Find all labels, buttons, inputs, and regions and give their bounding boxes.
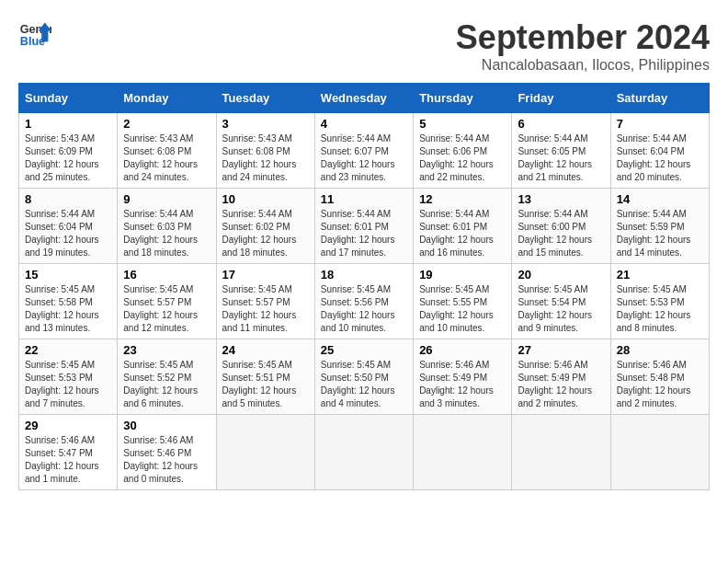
calendar-cell: 20 Sunrise: 5:45 AM Sunset: 5:54 PM Dayl… (512, 264, 610, 339)
svg-text:Blue: Blue (20, 35, 45, 48)
calendar-cell (414, 415, 512, 490)
calendar-cell: 8 Sunrise: 5:44 AM Sunset: 6:04 PM Dayli… (19, 189, 118, 264)
col-header-friday: Friday (512, 84, 610, 113)
calendar-cell: 30 Sunrise: 5:46 AM Sunset: 5:46 PM Dayl… (118, 415, 216, 490)
day-info: Sunrise: 5:45 AM Sunset: 5:50 PM Dayligh… (321, 359, 407, 410)
day-info: Sunrise: 5:46 AM Sunset: 5:47 PM Dayligh… (25, 434, 111, 486)
calendar-cell: 17 Sunrise: 5:45 AM Sunset: 5:57 PM Dayl… (216, 264, 314, 339)
calendar-cell: 24 Sunrise: 5:45 AM Sunset: 5:51 PM Dayl… (216, 339, 314, 415)
day-info: Sunrise: 5:45 AM Sunset: 5:51 PM Dayligh… (222, 359, 309, 410)
calendar-cell: 25 Sunrise: 5:45 AM Sunset: 5:50 PM Dayl… (314, 339, 413, 415)
week-row-1: 1 Sunrise: 5:43 AM Sunset: 6:09 PM Dayli… (19, 113, 710, 189)
calendar-cell: 26 Sunrise: 5:46 AM Sunset: 5:49 PM Dayl… (414, 339, 512, 415)
day-number: 22 (25, 343, 111, 357)
day-info: Sunrise: 5:44 AM Sunset: 6:01 PM Dayligh… (321, 208, 407, 259)
calendar-cell: 11 Sunrise: 5:44 AM Sunset: 6:01 PM Dayl… (314, 189, 413, 264)
day-info: Sunrise: 5:46 AM Sunset: 5:48 PM Dayligh… (617, 359, 703, 410)
col-header-monday: Monday (118, 84, 216, 113)
day-info: Sunrise: 5:44 AM Sunset: 5:59 PM Dayligh… (617, 208, 703, 259)
col-header-tuesday: Tuesday (216, 84, 314, 113)
calendar-table: SundayMondayTuesdayWednesdayThursdayFrid… (18, 83, 710, 490)
calendar-cell (512, 415, 610, 490)
day-number: 12 (419, 192, 506, 206)
day-number: 17 (222, 268, 309, 282)
calendar-cell: 14 Sunrise: 5:44 AM Sunset: 5:59 PM Dayl… (610, 189, 709, 264)
calendar-cell: 19 Sunrise: 5:45 AM Sunset: 5:55 PM Dayl… (414, 264, 512, 339)
day-info: Sunrise: 5:44 AM Sunset: 6:04 PM Dayligh… (25, 208, 111, 259)
calendar-cell: 21 Sunrise: 5:45 AM Sunset: 5:53 PM Dayl… (610, 264, 709, 339)
calendar-cell: 10 Sunrise: 5:44 AM Sunset: 6:02 PM Dayl… (216, 189, 314, 264)
calendar-cell (216, 415, 314, 490)
day-info: Sunrise: 5:46 AM Sunset: 5:49 PM Dayligh… (419, 359, 506, 410)
calendar-cell: 23 Sunrise: 5:45 AM Sunset: 5:52 PM Dayl… (118, 339, 216, 415)
day-number: 30 (123, 419, 210, 432)
logo: General Blue (18, 18, 51, 52)
calendar-cell: 4 Sunrise: 5:44 AM Sunset: 6:07 PM Dayli… (314, 113, 413, 189)
calendar-cell: 6 Sunrise: 5:44 AM Sunset: 6:05 PM Dayli… (512, 113, 610, 189)
day-info: Sunrise: 5:44 AM Sunset: 6:02 PM Dayligh… (222, 208, 309, 259)
day-number: 28 (617, 343, 703, 357)
calendar-cell: 29 Sunrise: 5:46 AM Sunset: 5:47 PM Dayl… (19, 415, 118, 490)
day-number: 29 (25, 419, 111, 432)
day-info: Sunrise: 5:45 AM Sunset: 5:53 PM Dayligh… (617, 283, 703, 335)
calendar-cell: 13 Sunrise: 5:44 AM Sunset: 6:00 PM Dayl… (512, 189, 610, 264)
month-title: September 2024 (456, 18, 710, 57)
day-number: 18 (321, 268, 407, 282)
calendar-cell: 12 Sunrise: 5:44 AM Sunset: 6:01 PM Dayl… (414, 189, 512, 264)
col-header-wednesday: Wednesday (314, 84, 413, 113)
col-header-thursday: Thursday (414, 84, 512, 113)
calendar-cell: 27 Sunrise: 5:46 AM Sunset: 5:49 PM Dayl… (512, 339, 610, 415)
day-info: Sunrise: 5:44 AM Sunset: 6:05 PM Dayligh… (518, 132, 604, 184)
day-number: 15 (25, 268, 111, 282)
day-number: 19 (419, 268, 506, 282)
day-info: Sunrise: 5:44 AM Sunset: 6:04 PM Dayligh… (617, 132, 703, 184)
location-title: Nancalobasaan, Ilocos, Philippines (456, 57, 710, 74)
day-info: Sunrise: 5:45 AM Sunset: 5:55 PM Dayligh… (419, 283, 506, 335)
header-row: SundayMondayTuesdayWednesdayThursdayFrid… (19, 84, 710, 113)
header: General Blue September 2024 Nancalobasaa… (18, 18, 710, 74)
day-number: 2 (123, 117, 210, 131)
calendar-cell: 22 Sunrise: 5:45 AM Sunset: 5:53 PM Dayl… (19, 339, 118, 415)
day-info: Sunrise: 5:44 AM Sunset: 6:00 PM Dayligh… (518, 208, 604, 259)
title-area: September 2024 Nancalobasaan, Ilocos, Ph… (456, 18, 710, 74)
day-number: 4 (321, 117, 407, 131)
calendar-cell: 5 Sunrise: 5:44 AM Sunset: 6:06 PM Dayli… (414, 113, 512, 189)
day-number: 25 (321, 343, 407, 357)
week-row-4: 22 Sunrise: 5:45 AM Sunset: 5:53 PM Dayl… (19, 339, 710, 415)
day-number: 8 (25, 192, 111, 206)
calendar-cell (610, 415, 709, 490)
week-row-3: 15 Sunrise: 5:45 AM Sunset: 5:58 PM Dayl… (19, 264, 710, 339)
day-info: Sunrise: 5:43 AM Sunset: 6:09 PM Dayligh… (25, 132, 111, 184)
day-info: Sunrise: 5:45 AM Sunset: 5:58 PM Dayligh… (25, 283, 111, 335)
day-number: 11 (321, 192, 407, 206)
day-info: Sunrise: 5:46 AM Sunset: 5:46 PM Dayligh… (123, 434, 210, 486)
logo-icon: General Blue (18, 18, 51, 52)
day-info: Sunrise: 5:45 AM Sunset: 5:56 PM Dayligh… (321, 283, 407, 335)
calendar-cell: 3 Sunrise: 5:43 AM Sunset: 6:08 PM Dayli… (216, 113, 314, 189)
day-number: 9 (123, 192, 210, 206)
day-info: Sunrise: 5:43 AM Sunset: 6:08 PM Dayligh… (222, 132, 309, 184)
calendar-cell: 15 Sunrise: 5:45 AM Sunset: 5:58 PM Dayl… (19, 264, 118, 339)
day-number: 13 (518, 192, 604, 206)
day-number: 5 (419, 117, 506, 131)
day-info: Sunrise: 5:44 AM Sunset: 6:03 PM Dayligh… (123, 208, 210, 259)
calendar-cell: 18 Sunrise: 5:45 AM Sunset: 5:56 PM Dayl… (314, 264, 413, 339)
calendar-cell (314, 415, 413, 490)
day-info: Sunrise: 5:44 AM Sunset: 6:07 PM Dayligh… (321, 132, 407, 184)
day-number: 23 (123, 343, 210, 357)
day-info: Sunrise: 5:45 AM Sunset: 5:54 PM Dayligh… (518, 283, 604, 335)
day-number: 14 (617, 192, 703, 206)
week-row-5: 29 Sunrise: 5:46 AM Sunset: 5:47 PM Dayl… (19, 415, 710, 490)
day-number: 7 (617, 117, 703, 131)
day-number: 26 (419, 343, 506, 357)
day-info: Sunrise: 5:45 AM Sunset: 5:52 PM Dayligh… (123, 359, 210, 410)
day-info: Sunrise: 5:45 AM Sunset: 5:57 PM Dayligh… (222, 283, 309, 335)
col-header-saturday: Saturday (610, 84, 709, 113)
day-number: 20 (518, 268, 604, 282)
day-number: 21 (617, 268, 703, 282)
day-info: Sunrise: 5:43 AM Sunset: 6:08 PM Dayligh… (123, 132, 210, 184)
calendar-cell: 2 Sunrise: 5:43 AM Sunset: 6:08 PM Dayli… (118, 113, 216, 189)
calendar-cell: 9 Sunrise: 5:44 AM Sunset: 6:03 PM Dayli… (118, 189, 216, 264)
day-number: 1 (25, 117, 111, 131)
calendar-cell: 1 Sunrise: 5:43 AM Sunset: 6:09 PM Dayli… (19, 113, 118, 189)
